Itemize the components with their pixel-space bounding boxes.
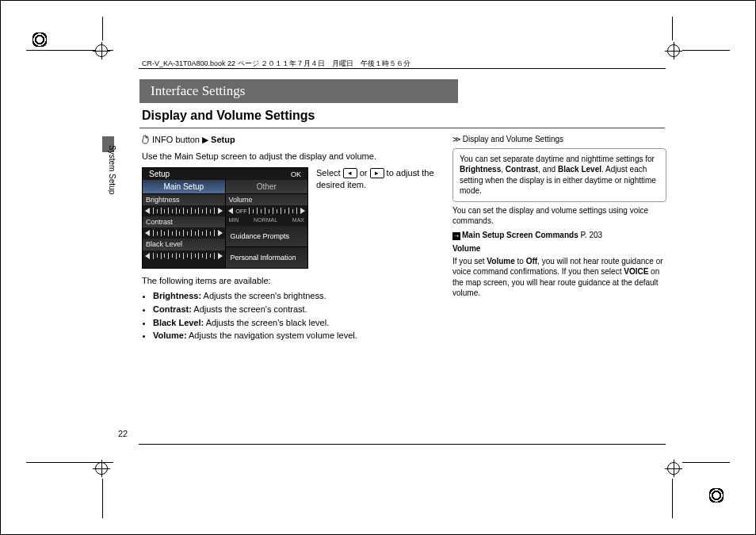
header-rule [139, 68, 666, 69]
registration-target-icon [665, 42, 682, 59]
chapter-title: Interface Settings [151, 83, 245, 98]
right-arrow-icon [216, 230, 223, 236]
play-icon: ▶ [202, 134, 208, 146]
section-rule [139, 128, 665, 128]
list-item: Volume: Adjusts the navigation system vo… [153, 330, 441, 342]
svg-marker-1 [218, 208, 223, 214]
crop-line [102, 17, 103, 40]
voice-command-icon: ⇢ [452, 232, 460, 240]
left-arrow-icon [145, 253, 151, 259]
shot-tab-setup: Setup [143, 168, 176, 180]
footer-rule [139, 444, 666, 445]
section-title: Display and Volume Settings [142, 109, 315, 123]
shot-slider [143, 250, 225, 262]
svg-marker-0 [145, 208, 150, 214]
right-arrow-icon [216, 253, 223, 259]
registration-target-icon [93, 42, 110, 59]
off-label: OFF [236, 208, 247, 215]
shot-volume-label: Volume [226, 194, 308, 205]
sidebar-heading-icon: ≫ [452, 135, 460, 143]
right-arrow-icon [299, 208, 305, 214]
shot-row-label: Brightness [143, 194, 225, 205]
sidebar-box: You can set separate daytime and nightti… [452, 148, 666, 202]
shot-header-other: Other [226, 180, 308, 194]
intro-text: Use the Main Setup screen to adjust the … [142, 151, 441, 162]
hand-icon [142, 135, 150, 147]
breadcrumb-setup: Setup [211, 135, 235, 144]
crop-line [682, 462, 730, 463]
list-item: Contrast: Adjusts the screen's contrast. [153, 304, 441, 315]
registration-target-icon [93, 460, 110, 477]
svg-marker-2 [145, 230, 150, 236]
registration-mark-icon [32, 32, 47, 47]
shot-volume-slider: OFF [226, 205, 308, 216]
svg-marker-5 [218, 253, 223, 259]
list-item: Brightness: Adjusts the screen's brightn… [153, 290, 441, 302]
screenshot-row: Setup OK Main Setup Other Brightness [142, 167, 441, 269]
following-intro: The following items are available: [142, 275, 441, 287]
shot-ok: OK [284, 168, 307, 180]
svg-marker-4 [145, 253, 150, 259]
shot-row-label: Black Level [143, 239, 225, 250]
sidebar-heading: ≫ Display and Volume Settings [452, 134, 666, 145]
page-number: 22 [118, 429, 128, 438]
sidebar-column: ≫ Display and Volume Settings You can se… [452, 134, 666, 302]
sidebar-para: You can set the display and volume setti… [452, 205, 666, 227]
breadcrumb-info: INFO button [152, 135, 200, 144]
list-item: Black Level: Adjusts the screen's black … [153, 317, 441, 329]
right-arrow-icon [216, 208, 223, 214]
shot-slider [143, 227, 225, 239]
sidebar-reference: ⇢Main Setup Screen Commands P. 203 [452, 230, 666, 241]
chapter-banner: Interface Settings [139, 79, 458, 103]
item-list: Brightness: Adjusts the screen's brightn… [142, 290, 441, 342]
sidebar-volume-body: If you set Volume to Off, you will not h… [452, 256, 666, 299]
sidebar-volume-head: Volume [452, 243, 666, 254]
left-arrow-icon [145, 208, 151, 214]
svg-marker-6 [228, 208, 233, 214]
crop-line [102, 479, 103, 518]
screenshot-caption: Select ◂ or ▸ to adjust the desired item… [308, 167, 441, 269]
crop-line [672, 479, 673, 518]
shot-personal: Personal Information [226, 247, 308, 268]
shot-volume-legend: MINNORMALMAX [226, 216, 308, 225]
body-column: INFO button ▶ Setup Use the Main Setup s… [142, 134, 441, 343]
right-key-icon: ▸ [370, 168, 384, 178]
main-setup-screenshot: Setup OK Main Setup Other Brightness [142, 167, 308, 269]
registration-target-icon [665, 460, 682, 477]
crop-line [672, 17, 673, 40]
left-arrow-icon [145, 230, 151, 236]
registration-mark-icon [709, 488, 724, 503]
left-arrow-icon [228, 208, 235, 214]
shot-slider [143, 205, 225, 216]
side-label: System Setup [108, 145, 116, 194]
shot-guidance: Guidance Prompts [226, 226, 308, 247]
left-key-icon: ◂ [343, 168, 357, 178]
svg-marker-7 [300, 208, 305, 214]
shot-header-main: Main Setup [143, 180, 226, 194]
shot-row-label: Contrast [143, 216, 225, 227]
crop-line [682, 50, 730, 51]
page: CR-V_KA-31T0A800.book 22 ページ ２０１１年７月４日 月… [0, 0, 756, 535]
breadcrumb: INFO button ▶ Setup [142, 134, 441, 147]
svg-marker-3 [218, 230, 223, 236]
